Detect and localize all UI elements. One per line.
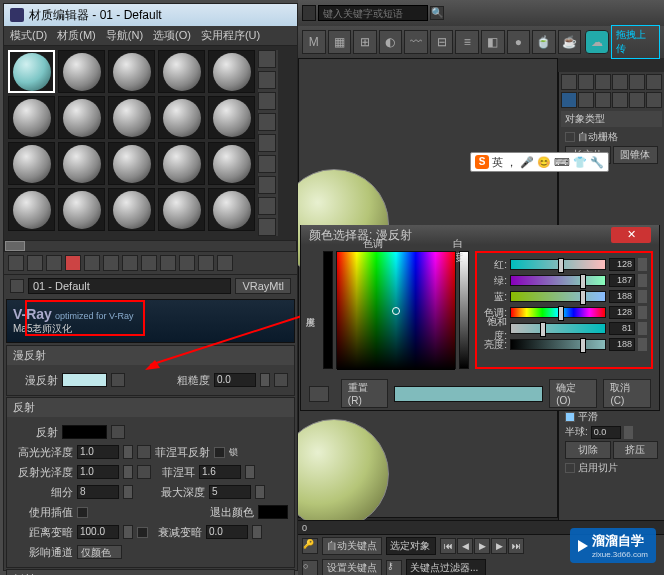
preview-btn[interactable] xyxy=(258,155,276,173)
red-value[interactable]: 128 xyxy=(609,258,635,271)
sample-slot[interactable] xyxy=(158,188,205,231)
refract-header[interactable]: 折射 xyxy=(7,570,294,575)
sat-slider[interactable] xyxy=(510,323,606,334)
go-forward-btn[interactable] xyxy=(217,255,233,271)
cancel-button[interactable]: 取消(C) xyxy=(603,379,651,408)
tab-hierarchy[interactable] xyxy=(595,74,611,90)
whiteness-slider[interactable] xyxy=(459,251,469,369)
backlight-btn[interactable] xyxy=(258,71,276,89)
sample-slot[interactable] xyxy=(8,142,55,185)
reflgloss-spin-btns[interactable] xyxy=(123,465,133,479)
play-btn[interactable]: ▶ xyxy=(474,538,490,554)
diffuse-color-swatch[interactable] xyxy=(62,373,107,387)
subtab-geometry[interactable] xyxy=(561,92,577,108)
val-spin[interactable] xyxy=(638,338,647,351)
tool-align[interactable]: ⊟ xyxy=(430,30,454,54)
sample-slot[interactable] xyxy=(208,96,255,139)
subtab-lights[interactable] xyxy=(595,92,611,108)
sat-spin[interactable] xyxy=(638,322,647,335)
val-slider[interactable] xyxy=(510,339,606,350)
goto-start-btn[interactable]: ⏮ xyxy=(440,538,456,554)
red-slider[interactable] xyxy=(510,259,606,270)
sample-slot[interactable] xyxy=(108,50,155,93)
sample-slot[interactable] xyxy=(158,50,205,93)
subtab-helpers[interactable] xyxy=(629,92,645,108)
show-in-viewport-btn[interactable] xyxy=(160,255,176,271)
roughness-map-btn[interactable] xyxy=(274,373,288,387)
red-spin[interactable] xyxy=(638,258,647,271)
val-value[interactable]: 188 xyxy=(609,338,635,351)
hue-value[interactable]: 128 xyxy=(609,306,635,319)
uv-tiling-btn[interactable] xyxy=(258,113,276,131)
menu-dropdown[interactable] xyxy=(302,5,316,21)
sample-slot[interactable] xyxy=(8,188,55,231)
goto-end-btn[interactable]: ⏭ xyxy=(508,538,524,554)
roughness-spinner[interactable]: 0.0 xyxy=(214,373,256,387)
sample-slot[interactable] xyxy=(58,96,105,139)
sat-value[interactable]: 81 xyxy=(609,322,635,335)
sample-slot[interactable] xyxy=(58,142,105,185)
sample-count-btn[interactable] xyxy=(258,218,276,236)
reflgloss-spinner[interactable]: 1.0 xyxy=(77,465,119,479)
diffuse-header[interactable]: 漫反射 xyxy=(7,346,294,365)
maxdepth-spin-btns[interactable] xyxy=(255,485,265,499)
close-button[interactable]: ✕ xyxy=(611,227,651,243)
ime-overlay[interactable]: S 英 ， 🎤 😊 ⌨ 👕 🔧 xyxy=(470,152,609,172)
tool-material[interactable]: ● xyxy=(507,30,531,54)
material-editor-titlebar[interactable]: 材质编辑器 - 01 - Default xyxy=(4,4,297,26)
menu-mode[interactable]: 模式(D) xyxy=(10,28,47,43)
object-type-header[interactable]: 对象类型 xyxy=(561,111,662,127)
hue-sat-picker[interactable] xyxy=(336,251,456,369)
select-by-mat-btn[interactable] xyxy=(258,197,276,215)
maxdepth-spinner[interactable]: 5 xyxy=(209,485,251,499)
key-filter-icon[interactable]: ⚷ xyxy=(386,560,402,575)
ime-lang[interactable]: 英 xyxy=(492,155,503,170)
green-slider[interactable] xyxy=(510,275,606,286)
affectch-dropdown[interactable]: 仅颜色 xyxy=(77,545,122,559)
sample-slot[interactable] xyxy=(208,142,255,185)
sample-slot[interactable] xyxy=(108,96,155,139)
subtab-spacewarps[interactable] xyxy=(646,92,662,108)
selected-object-dropdown[interactable]: 选定对象 xyxy=(386,537,436,555)
subtab-shapes[interactable] xyxy=(578,92,594,108)
tab-modify[interactable] xyxy=(578,74,594,90)
tool-mirror[interactable]: M xyxy=(302,30,326,54)
make-unique-btn[interactable] xyxy=(103,255,119,271)
background-btn[interactable] xyxy=(258,92,276,110)
show-end-result-btn[interactable] xyxy=(179,255,195,271)
person-icon[interactable]: 👕 xyxy=(573,156,587,169)
ime-comma[interactable]: ， xyxy=(506,155,517,170)
hemi-spin-btns[interactable] xyxy=(624,426,633,439)
go-parent-btn[interactable] xyxy=(198,255,214,271)
sample-slot[interactable] xyxy=(208,188,255,231)
dimfalloff-spin-btns[interactable] xyxy=(252,525,262,539)
blue-value[interactable]: 188 xyxy=(609,290,635,303)
dimfalloff-spinner[interactable]: 0.0 xyxy=(206,525,248,539)
auto-key-button[interactable]: 自动关键点 xyxy=(322,537,382,555)
tool-angle-snap[interactable]: ◐ xyxy=(379,30,403,54)
material-id-btn[interactable] xyxy=(141,255,157,271)
reflgloss-map-btn[interactable] xyxy=(137,465,151,479)
mic-icon[interactable]: 🎤 xyxy=(520,156,534,169)
tool-schematic[interactable]: ◧ xyxy=(481,30,505,54)
tab-motion[interactable] xyxy=(612,74,628,90)
reflect-header[interactable]: 反射 xyxy=(7,398,294,417)
menu-navigation[interactable]: 导航(N) xyxy=(106,28,143,43)
subdiv-spin-btns[interactable] xyxy=(123,485,133,499)
sample-slot[interactable] xyxy=(58,50,105,93)
fresnelior-spinner[interactable]: 1.6 xyxy=(199,465,241,479)
exitcolor-swatch[interactable] xyxy=(258,505,288,519)
green-spin[interactable] xyxy=(638,274,647,287)
key-mode-icon[interactable]: ○ xyxy=(302,560,318,575)
subdiv-spinner[interactable]: 8 xyxy=(77,485,119,499)
lock-icon[interactable]: 锁 xyxy=(229,446,238,459)
eyedropper-button[interactable] xyxy=(309,386,329,402)
menu-utilities[interactable]: 实用程序(U) xyxy=(201,28,260,43)
hue-spin[interactable] xyxy=(638,306,647,319)
color-swatches[interactable] xyxy=(394,386,543,402)
menu-material[interactable]: 材质(M) xyxy=(57,28,96,43)
sample-slot[interactable] xyxy=(8,96,55,139)
set-key-icon[interactable]: 🔑 xyxy=(302,538,318,554)
keyboard-icon[interactable]: ⌨ xyxy=(554,156,570,169)
autogrid-checkbox[interactable] xyxy=(565,132,575,142)
